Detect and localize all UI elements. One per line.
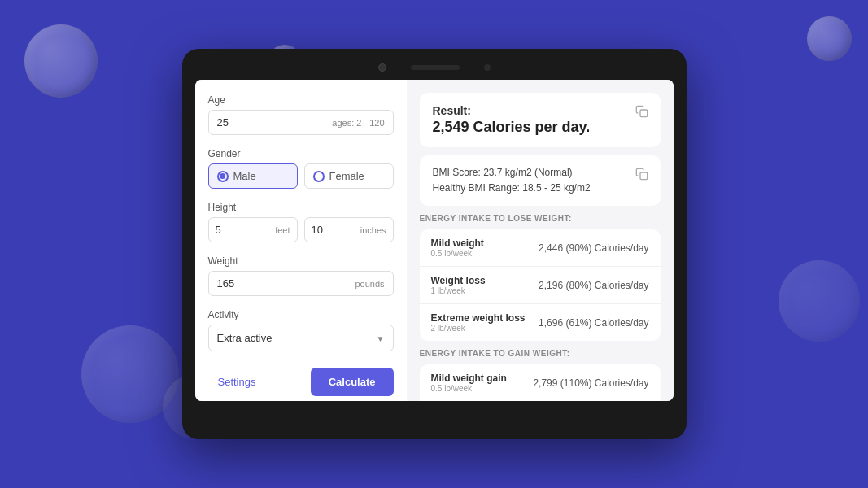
tablet-speaker bbox=[411, 65, 460, 70]
gain-mild-value: 2,799 (110%) Calories/day bbox=[533, 377, 648, 389]
weight-input-wrapper[interactable]: pounds bbox=[208, 271, 394, 296]
radio-male-dot bbox=[217, 171, 229, 182]
decorative-bubble-1 bbox=[24, 24, 98, 98]
svg-rect-0 bbox=[640, 110, 648, 117]
gender-female-option[interactable]: Female bbox=[304, 163, 394, 189]
lose-moderate-sub: 1 lb/week bbox=[431, 286, 486, 295]
results-panel: Result: 2,549 Calories per day. BMI Scor… bbox=[407, 80, 674, 401]
result-label: Result: bbox=[433, 104, 648, 117]
age-hint: ages: 2 - 120 bbox=[332, 118, 384, 128]
svg-rect-1 bbox=[640, 172, 648, 180]
age-label: Age bbox=[208, 94, 394, 106]
height-feet-wrapper[interactable]: feet bbox=[208, 217, 298, 242]
main-result-card: Result: 2,549 Calories per day. bbox=[420, 93, 661, 147]
table-row: Mild weight gain 0.5 lb/week 2,799 (110%… bbox=[420, 364, 661, 401]
decorative-bubble-3 bbox=[807, 16, 852, 61]
action-buttons: Settings Calculate bbox=[208, 368, 394, 396]
tablet-top-bar bbox=[195, 63, 674, 72]
lose-moderate-name: Weight loss bbox=[431, 275, 486, 286]
table-row: Extreme weight loss 2 lb/week 1,696 (61%… bbox=[420, 304, 661, 341]
activity-label: Activity bbox=[208, 309, 394, 320]
lose-weight-section-title: ENERGY INTAKE TO LOSE WEIGHT: bbox=[420, 214, 661, 223]
gain-mild-name: Mild weight gain bbox=[431, 373, 507, 384]
age-field-group: Age ages: 2 - 120 bbox=[208, 94, 394, 135]
weight-field-group: Weight pounds bbox=[208, 255, 394, 296]
height-inches-unit: inches bbox=[360, 225, 386, 235]
gender-field-group: Gender Male Female bbox=[208, 148, 394, 189]
copy-result-icon[interactable] bbox=[633, 102, 651, 120]
radio-female-dot bbox=[313, 171, 325, 182]
height-label: Height bbox=[208, 202, 394, 213]
weight-input[interactable] bbox=[217, 277, 355, 290]
lose-extreme-name: Extreme weight loss bbox=[431, 312, 526, 324]
weight-label: Weight bbox=[208, 255, 394, 267]
lose-mild-name: Mild weight bbox=[431, 237, 484, 249]
tablet-sensor bbox=[484, 64, 491, 71]
tablet-camera bbox=[378, 63, 386, 72]
settings-button[interactable]: Settings bbox=[208, 369, 266, 394]
result-value: 2,549 Calories per day. bbox=[433, 119, 648, 136]
height-feet-unit: feet bbox=[275, 225, 290, 235]
activity-select[interactable]: Sedentary Lightly active Moderately acti… bbox=[209, 325, 393, 351]
copy-bmi-icon[interactable] bbox=[633, 165, 651, 183]
activity-field-group: Activity Sedentary Lightly active Modera… bbox=[208, 309, 394, 351]
height-row: feet inches bbox=[208, 217, 394, 242]
age-input-wrapper[interactable]: ages: 2 - 120 bbox=[208, 110, 394, 135]
weight-unit: pounds bbox=[355, 279, 384, 289]
height-field-group: Height feet inches bbox=[208, 202, 394, 242]
lose-mild-sub: 0.5 lb/week bbox=[431, 249, 484, 258]
tablet-frame: Age ages: 2 - 120 Gender Male Female bbox=[182, 49, 687, 439]
gender-female-label: Female bbox=[329, 170, 364, 182]
bmi-score: BMI Score: 23.7 kg/m2 (Normal) bbox=[433, 165, 648, 181]
gender-options: Male Female bbox=[208, 163, 394, 189]
gain-weight-card: Mild weight gain 0.5 lb/week 2,799 (110%… bbox=[420, 364, 661, 401]
calculate-button[interactable]: Calculate bbox=[311, 368, 394, 396]
table-row: Mild weight 0.5 lb/week 2,446 (90%) Calo… bbox=[420, 229, 661, 267]
lose-moderate-value: 2,196 (80%) Calories/day bbox=[539, 280, 648, 291]
age-input[interactable] bbox=[217, 116, 333, 129]
bmi-range: Healthy BMI Range: 18.5 - 25 kg/m2 bbox=[433, 181, 648, 196]
app-screen: Age ages: 2 - 120 Gender Male Female bbox=[195, 80, 674, 401]
bmi-card: BMI Score: 23.7 kg/m2 (Normal) Healthy B… bbox=[420, 155, 661, 206]
height-inches-input[interactable] bbox=[312, 224, 360, 236]
gender-male-option[interactable]: Male bbox=[208, 163, 298, 189]
table-row: Weight loss 1 lb/week 2,196 (80%) Calori… bbox=[420, 267, 661, 304]
gender-male-label: Male bbox=[233, 170, 256, 182]
gender-label: Gender bbox=[208, 148, 394, 159]
activity-select-wrapper[interactable]: Sedentary Lightly active Moderately acti… bbox=[208, 325, 394, 351]
decorative-bubble-6 bbox=[779, 260, 860, 342]
lose-extreme-value: 1,696 (61%) Calories/day bbox=[539, 317, 648, 329]
lose-weight-card: Mild weight 0.5 lb/week 2,446 (90%) Calo… bbox=[420, 229, 661, 341]
lose-extreme-sub: 2 lb/week bbox=[431, 324, 526, 333]
lose-mild-value: 2,446 (90%) Calories/day bbox=[539, 242, 648, 254]
gain-mild-sub: 0.5 lb/week bbox=[431, 384, 507, 393]
gain-weight-section-title: ENERGY INTAKE TO GAIN WEIGHT: bbox=[420, 349, 661, 358]
height-feet-input[interactable] bbox=[216, 224, 276, 236]
height-inches-wrapper[interactable]: inches bbox=[304, 217, 394, 242]
form-panel: Age ages: 2 - 120 Gender Male Female bbox=[195, 80, 407, 401]
